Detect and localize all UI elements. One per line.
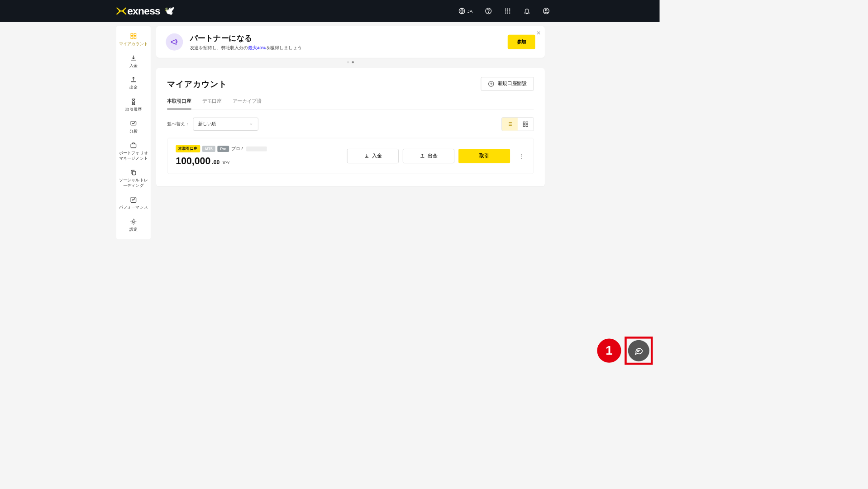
svg-point-8 [509, 10, 510, 12]
profile-button[interactable] [543, 8, 549, 14]
badge-pro: Pro [217, 146, 229, 152]
trade-button[interactable]: 取引 [458, 149, 510, 163]
chevron-down-icon [249, 122, 253, 126]
notifications-button[interactable] [524, 8, 530, 14]
sidebar-item-history[interactable]: 取引履歴 [116, 95, 151, 116]
chat-icon [634, 346, 644, 356]
deposit-icon [130, 54, 137, 62]
bell-icon [524, 8, 530, 14]
deposit-button[interactable]: 入金 [347, 149, 399, 163]
language-label: JA [467, 9, 473, 14]
withdraw-icon [420, 153, 425, 159]
annotation-overlay: 1 [597, 337, 653, 365]
svg-point-3 [505, 9, 506, 10]
sidebar-item-label: 取引履歴 [124, 107, 143, 112]
language-selector[interactable]: JA [458, 8, 472, 14]
svg-rect-14 [131, 33, 133, 35]
svg-point-13 [545, 9, 547, 11]
banner-sub-post: を獲得しましょう [266, 45, 302, 50]
gear-icon [130, 218, 137, 226]
svg-point-9 [505, 12, 506, 14]
svg-point-10 [507, 12, 508, 14]
svg-rect-20 [132, 171, 136, 175]
balance-currency: JPY [222, 160, 230, 165]
dashboard-icon [130, 32, 137, 40]
badge-real: 本取引口座 [176, 145, 200, 152]
account-name-prefix: プロ / [231, 146, 243, 152]
sidebar-item-label: ソーシャルトレーディング [118, 178, 149, 189]
deposit-icon [364, 153, 369, 159]
dot[interactable] [352, 61, 354, 63]
sidebar-item-portfolio[interactable]: ポートフォリオマネージメント [116, 138, 151, 165]
join-button[interactable]: 参加 [508, 35, 535, 49]
sidebar-item-label: 分析 [129, 129, 138, 134]
sidebar-item-social[interactable]: ソーシャルトレーディング [116, 166, 151, 193]
sort-label: 並べ替え： [167, 121, 189, 128]
sidebar-item-label: 設定 [129, 227, 138, 233]
chat-button[interactable] [628, 340, 649, 361]
svg-point-7 [507, 10, 508, 12]
logo-glyph-icon [116, 7, 127, 15]
view-list-button[interactable] [502, 118, 518, 131]
chart-icon [130, 120, 137, 128]
partner-banner: パートナーになる 友達を招待し、弊社収入分の最大40%を獲得しましょう 参加 ✕ [156, 26, 545, 58]
tab-demo[interactable]: デモ口座 [202, 98, 222, 109]
sort-value: 新しい順 [198, 121, 216, 128]
help-button[interactable] [485, 8, 492, 14]
account-balance: 100,000.00 JPY [176, 156, 347, 166]
deposit-label: 入金 [372, 153, 382, 159]
sidebar-item-my-account[interactable]: マイアカウント [116, 29, 151, 51]
sidebar-item-withdraw[interactable]: 出金 [116, 73, 151, 95]
trend-icon [130, 196, 137, 204]
svg-rect-18 [131, 121, 136, 125]
apps-button[interactable] [504, 8, 511, 14]
sidebar-item-settings[interactable]: 設定 [116, 214, 151, 236]
svg-rect-16 [131, 37, 133, 38]
balance-whole: 100,000 [176, 156, 210, 166]
sidebar: マイアカウント 入金 出金 取引履歴 分析 [116, 26, 151, 239]
sidebar-item-label: 出金 [129, 85, 138, 90]
page-title: マイアカウント [167, 78, 227, 89]
view-grid-button[interactable] [518, 118, 534, 131]
carousel-indicator [156, 61, 545, 63]
banner-sub-highlight: 最大40% [248, 45, 266, 50]
apps-grid-icon [504, 8, 511, 14]
copy-icon [130, 169, 137, 176]
globe-icon [458, 8, 465, 14]
new-account-button[interactable]: 新規口座開設 [481, 77, 534, 90]
briefcase-icon [130, 142, 137, 149]
svg-rect-25 [526, 122, 528, 123]
badge-mt5: MT5 [202, 146, 215, 152]
chat-highlight-box [625, 337, 653, 365]
close-icon[interactable]: ✕ [536, 29, 541, 36]
grid-icon [522, 121, 529, 128]
withdraw-button[interactable]: 出金 [403, 149, 454, 163]
sidebar-item-deposit[interactable]: 入金 [116, 51, 151, 72]
svg-rect-27 [526, 125, 528, 127]
new-account-label: 新規口座開設 [498, 81, 527, 87]
sidebar-item-performance[interactable]: パフォーマンス [116, 193, 151, 214]
plus-circle-icon [488, 81, 494, 87]
banner-title: パートナーになる [190, 33, 302, 43]
balance-frac: .00 [212, 160, 219, 166]
svg-point-11 [509, 12, 510, 14]
sidebar-item-analysis[interactable]: 分析 [116, 116, 151, 138]
tab-archive[interactable]: アーカイブ済 [233, 98, 262, 109]
svg-rect-17 [134, 37, 136, 38]
banner-subtitle: 友達を招待し、弊社収入分の最大40%を獲得しましょう [190, 45, 302, 51]
dove-icon: 🕊️ [164, 6, 175, 16]
account-name-redacted [246, 146, 267, 151]
sort-select[interactable]: 新しい順 [193, 118, 258, 131]
svg-rect-24 [523, 122, 525, 123]
sidebar-item-label: マイアカウント [118, 41, 148, 47]
more-menu-button[interactable]: ⋮ [517, 152, 525, 160]
brand-logo[interactable]: exness 🕊️ [116, 5, 175, 17]
svg-rect-15 [134, 33, 136, 35]
sidebar-item-label: ポートフォリオマネージメント [118, 151, 149, 161]
user-icon [543, 8, 549, 14]
tab-real[interactable]: 本取引口座 [167, 98, 191, 109]
dot[interactable] [347, 61, 349, 63]
hourglass-icon [130, 98, 137, 105]
sidebar-item-label: パフォーマンス [118, 205, 148, 210]
brand-name: exness [127, 5, 160, 17]
